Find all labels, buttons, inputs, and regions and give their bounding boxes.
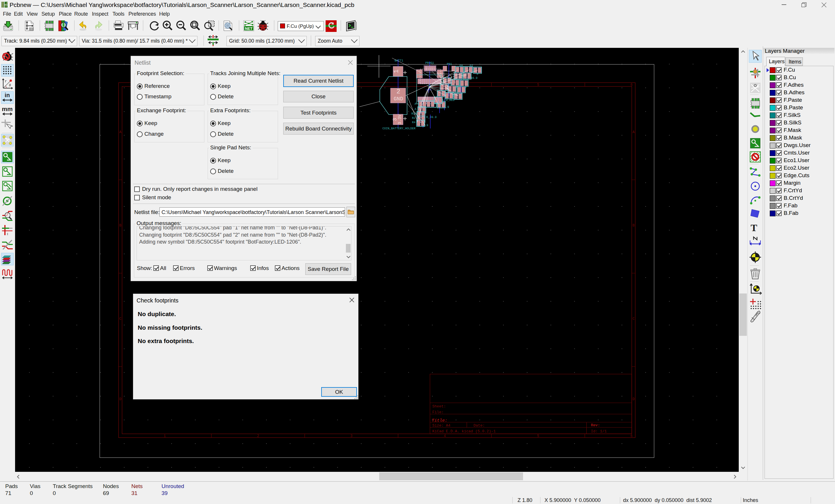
svg-text:r: r <box>5 79 7 83</box>
svg-text:A: A <box>119 130 121 134</box>
svg-text:2: 2 <box>257 434 259 438</box>
svg-text:3.3V: 3.3V <box>398 115 402 124</box>
svg-text:D: D <box>477 73 478 76</box>
svg-text:5: 5 <box>537 434 539 438</box>
svg-text:Id: 1/1: Id: 1/1 <box>591 429 607 434</box>
svg-text:3: 3 <box>392 118 398 121</box>
svg-text:C: C <box>119 317 121 321</box>
svg-text:Date:: Date: <box>473 423 485 428</box>
svg-text:R_49.9: R_49.9 <box>426 116 436 119</box>
svg-text:R2: R2 <box>412 117 415 120</box>
svg-text:mm: mm <box>2 105 13 112</box>
svg-text:1: 1 <box>164 434 166 438</box>
svg-text:2: 2 <box>447 85 449 89</box>
svg-text:1: 1 <box>393 69 400 73</box>
svg-text:4: 4 <box>444 434 446 438</box>
svg-text:BATT1: BATT1 <box>394 59 403 62</box>
svg-text:in: in <box>5 92 10 98</box>
svg-text:Sheet:: Sheet: <box>432 404 446 409</box>
svg-text:R4: R4 <box>412 121 415 124</box>
svg-text:A: A <box>632 130 635 134</box>
svg-text:File:: File: <box>432 410 444 415</box>
svg-text:D: D <box>119 397 121 401</box>
svg-text:A: A <box>414 107 416 111</box>
svg-text:PB1: PB1 <box>447 63 452 66</box>
svg-text:3: 3 <box>350 434 352 438</box>
svg-text:KiCad E.D.A. kicad (5.0.2)-1: KiCad E.D.A. kicad (5.0.2)-1 <box>432 429 496 434</box>
svg-text:NET: NET <box>245 26 252 31</box>
svg-text:B: B <box>632 224 634 228</box>
svg-text:6: 6 <box>630 434 632 438</box>
svg-text:5: 5 <box>537 83 539 87</box>
svg-text:Size: A4: Size: A4 <box>432 423 451 428</box>
svg-text:Title:: Title: <box>432 418 447 423</box>
svg-text:6: 6 <box>630 83 632 87</box>
svg-text:C: C <box>632 317 634 321</box>
svg-text:GND: GND <box>394 96 403 102</box>
svg-text:θ: θ <box>9 83 11 87</box>
svg-text:2: 2 <box>396 88 400 95</box>
svg-text:COIN_BATTERY_HOLDER: COIN_BATTERY_HOLDER <box>382 127 415 130</box>
svg-text:B: B <box>119 224 121 228</box>
svg-text:A: A <box>414 102 416 105</box>
svg-text:Rev:: Rev: <box>591 423 600 427</box>
svg-text:D: D <box>632 397 634 401</box>
